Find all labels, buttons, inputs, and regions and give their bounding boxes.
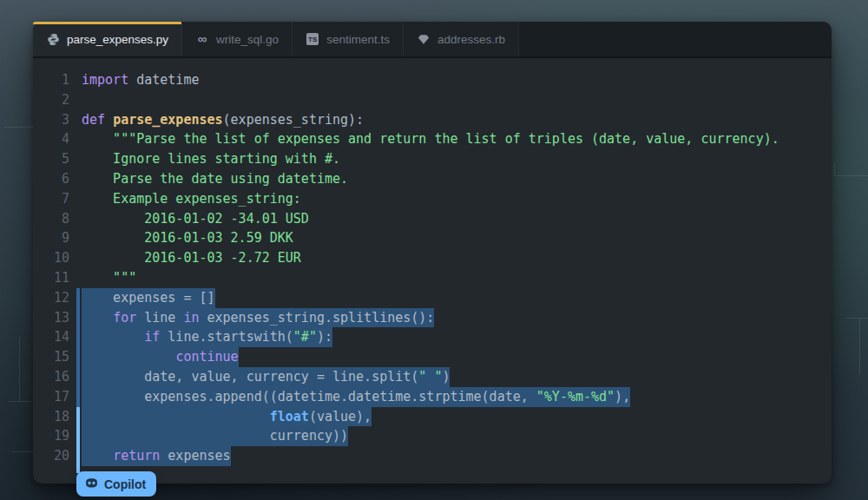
line-number: 15 xyxy=(33,347,82,367)
line-number: 8 xyxy=(33,209,82,229)
code-line: 5 Ignore lines starting with #. xyxy=(33,149,832,169)
copilot-badge: Copilot xyxy=(76,471,156,497)
code-area[interactable]: 1import datetime23def parse_expenses(exp… xyxy=(33,58,832,484)
tab-parse-expenses-py[interactable]: parse_expenses.py xyxy=(33,22,182,56)
tab-write-sql-go[interactable]: ∞ write_sql.go xyxy=(182,22,293,56)
tab-addresses-rb[interactable]: addresses.rb xyxy=(404,22,519,56)
line-number: 13 xyxy=(33,308,82,328)
code-text: 2016-01-02 -34.01 USD xyxy=(82,209,309,229)
python-icon xyxy=(46,32,60,46)
code-text: Ignore lines starting with #. xyxy=(82,149,340,169)
line-number: 2 xyxy=(33,90,82,110)
code-text: def parse_expenses(expenses_string): xyxy=(82,110,364,130)
code-text: for line in expenses_string.splitlines()… xyxy=(82,308,434,328)
line-number: 5 xyxy=(33,149,82,169)
code-line: 3def parse_expenses(expenses_string): xyxy=(33,110,832,130)
code-line: 8 2016-01-02 -34.01 USD xyxy=(33,209,832,229)
code-text: import datetime xyxy=(82,70,199,90)
copilot-label: Copilot xyxy=(104,477,146,491)
line-number: 4 xyxy=(33,129,82,149)
code-text: currency)) xyxy=(82,426,348,446)
tab-label: write_sql.go xyxy=(216,33,279,46)
circuit-line xyxy=(12,451,33,452)
code-line: 4 """Parse the list of expenses and retu… xyxy=(33,129,832,149)
code-line: 11 """ xyxy=(33,268,832,288)
code-line: 16 date, value, currency = line.split(" … xyxy=(33,367,832,387)
code-text: expenses.append((datetime.datetime.strpt… xyxy=(82,387,630,407)
code-line: 19 currency)) xyxy=(33,426,832,446)
code-line: 10 2016-01-03 -2.72 EUR xyxy=(33,248,832,268)
code-text: 2016-01-03 2.59 DKK xyxy=(82,228,293,248)
code-text: """Parse the list of expenses and return… xyxy=(82,129,779,149)
tab-label: parse_expenses.py xyxy=(67,33,168,46)
line-number: 20 xyxy=(33,446,82,466)
circuit-line xyxy=(4,127,33,128)
code-text: Parse the date using datetime. xyxy=(82,169,348,189)
code-text: if line.startswith("#"): xyxy=(82,327,332,347)
code-text: date, value, currency = line.split(" ") xyxy=(82,367,450,387)
circuit-line xyxy=(859,319,860,374)
line-number: 18 xyxy=(33,407,82,427)
line-number: 17 xyxy=(33,387,82,407)
code-line: 18 float(value), xyxy=(33,407,832,427)
suggestion-bar xyxy=(76,407,80,473)
line-number: 9 xyxy=(33,228,82,248)
code-line: 12 expenses = [] xyxy=(33,288,832,308)
code-line: 17 expenses.append((datetime.datetime.st… xyxy=(33,387,832,407)
code-editor-window: parse_expenses.py ∞ write_sql.go TS sent… xyxy=(33,22,832,484)
code-lines: 1import datetime23def parse_expenses(exp… xyxy=(33,70,832,466)
code-line: 14 if line.startswith("#"): xyxy=(33,327,832,347)
line-number: 12 xyxy=(33,288,82,308)
circuit-line xyxy=(845,318,868,319)
circuit-line xyxy=(9,401,33,402)
code-line: 1import datetime xyxy=(33,70,832,90)
line-number: 14 xyxy=(33,327,82,347)
copilot-icon xyxy=(84,477,99,491)
code-line: 13 for line in expenses_string.splitline… xyxy=(33,308,832,328)
code-text: float(value), xyxy=(82,407,372,427)
code-text: Example expenses_string: xyxy=(82,189,301,209)
line-number: 1 xyxy=(33,70,82,90)
code-text: expenses = [] xyxy=(82,288,215,308)
code-line: 20 return expenses xyxy=(33,446,832,466)
line-number: 10 xyxy=(33,248,82,268)
circuit-line xyxy=(19,337,20,402)
code-text: continue xyxy=(82,347,239,367)
circuit-line xyxy=(835,175,868,176)
line-number: 3 xyxy=(33,110,82,130)
code-line: 2 xyxy=(33,90,832,110)
selection-bar xyxy=(76,288,80,407)
tab-sentiment-ts[interactable]: TS sentiment.ts xyxy=(293,22,404,56)
circuit-line xyxy=(834,161,835,176)
tab-label: addresses.rb xyxy=(437,33,505,46)
code-line: 9 2016-01-03 2.59 DKK xyxy=(33,228,832,248)
code-line: 7 Example expenses_string: xyxy=(33,189,832,209)
code-line: 6 Parse the date using datetime. xyxy=(33,169,832,189)
line-number: 11 xyxy=(33,268,82,288)
line-number: 6 xyxy=(33,169,82,189)
go-icon: ∞ xyxy=(195,32,209,46)
typescript-icon: TS xyxy=(306,32,319,46)
line-number: 16 xyxy=(33,367,82,387)
tab-bar: parse_expenses.py ∞ write_sql.go TS sent… xyxy=(33,22,832,58)
code-text: return expenses xyxy=(82,446,231,466)
code-line: 15 continue xyxy=(33,347,832,367)
line-number: 7 xyxy=(33,189,82,209)
code-text: """ xyxy=(82,268,136,288)
ruby-icon xyxy=(417,32,431,46)
code-text: 2016-01-03 -2.72 EUR xyxy=(82,248,301,268)
tab-label: sentiment.ts xyxy=(326,33,390,46)
line-number: 19 xyxy=(33,426,82,446)
